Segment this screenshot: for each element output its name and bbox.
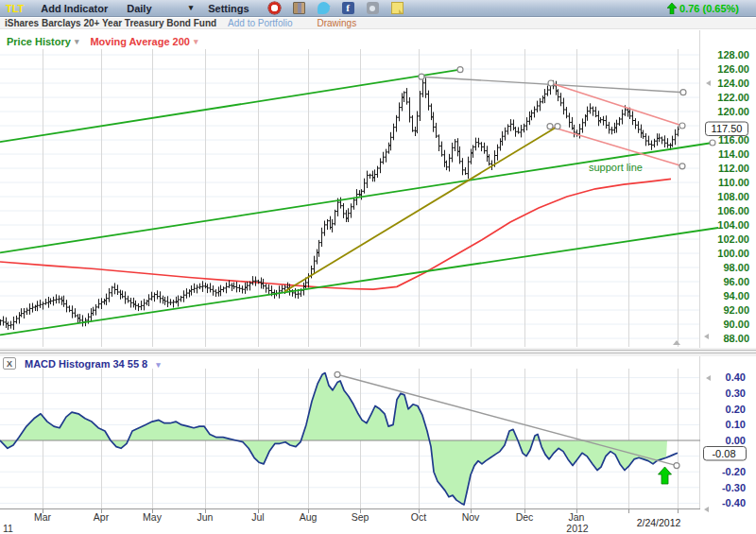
- trendline-handle-wedge-upper-pink-end[interactable]: [679, 123, 685, 129]
- notes-icon[interactable]: [391, 2, 404, 14]
- chevron-down-icon: ▾: [156, 360, 161, 370]
- trendline-handle-resistance-gray-end[interactable]: [680, 90, 686, 95]
- svg-text:0.10: 0.10: [726, 419, 746, 430]
- trendline-handle-wedge-upper-pink-start[interactable]: [548, 80, 554, 86]
- trendline-resistance-gray[interactable]: [421, 77, 683, 93]
- quote-change: 0.76 (0.65%): [667, 3, 739, 14]
- svg-text:98.00: 98.00: [723, 262, 749, 273]
- svg-text:120.00: 120.00: [717, 106, 749, 117]
- drawings-link[interactable]: Drawings: [317, 18, 356, 28]
- svg-text:106.00: 106.00: [717, 205, 749, 216]
- svg-text:88.00: 88.00: [723, 333, 749, 344]
- macd-trendline-handle-end[interactable]: [674, 463, 679, 469]
- macd-series: [0, 373, 700, 505]
- chevron-down-icon: ▾: [75, 37, 79, 46]
- last-macd-box: -0.08: [704, 447, 747, 461]
- trendline-wedge-upper-pink[interactable]: [551, 83, 682, 126]
- svg-text:96.00: 96.00: [723, 276, 749, 287]
- svg-text:2012: 2012: [566, 523, 589, 534]
- svg-text:0.20: 0.20: [726, 404, 746, 415]
- svg-text:-0.30: -0.30: [722, 482, 746, 493]
- trendline-handle-channel-top-end[interactable]: [457, 67, 463, 73]
- svg-text:Dec: Dec: [516, 511, 534, 523]
- price-trendlines[interactable]: support line: [0, 67, 718, 336]
- trendline-wedge-lower-pink[interactable]: [550, 127, 682, 166]
- macd-trendline-handle-start[interactable]: [335, 371, 340, 377]
- support-line-annotation: support line: [589, 162, 643, 173]
- add-indicator-button[interactable]: Add Indicator: [31, 3, 117, 14]
- subtitle-bar: iShares Barclays 20+ Year Treasury Bond …: [0, 18, 756, 29]
- svg-text:11: 11: [3, 523, 13, 534]
- chart-canvas: support lineMarAprMayJunJulAugSepOctNovD…: [0, 0, 756, 534]
- price-pane-header: Price History ▾ Moving Average 200 ▾: [7, 36, 198, 47]
- svg-text:Apr: Apr: [94, 511, 110, 523]
- price-history-label: Price History: [7, 36, 71, 47]
- svg-text:2/24/2012: 2/24/2012: [637, 517, 681, 528]
- svg-text:-0.40: -0.40: [722, 497, 746, 508]
- svg-text:Aug: Aug: [300, 511, 318, 523]
- svg-text:104.00: 104.00: [717, 219, 749, 231]
- settings-button[interactable]: Settings: [198, 3, 258, 14]
- facebook-icon[interactable]: f: [342, 2, 354, 14]
- trendline-channel-bottom[interactable]: [0, 228, 718, 335]
- svg-text:112.00: 112.00: [718, 163, 749, 174]
- books-icon[interactable]: [293, 2, 305, 14]
- moving-average-indicator[interactable]: Moving Average 200 ▾: [90, 36, 198, 47]
- price-axis-labels: 128.00126.00124.00122.00120.00116.00114.…: [717, 49, 749, 344]
- macd-title-label: MACD Histogram 34 55 8: [25, 358, 147, 370]
- svg-text:-0.08: -0.08: [712, 448, 735, 459]
- macd-up-arrow-marker: [659, 467, 672, 484]
- svg-text:92.00: 92.00: [723, 304, 749, 316]
- svg-text:Mar: Mar: [34, 511, 52, 523]
- time-axis: MarAprMayJunJulAugSepOctNovDecJan1120122…: [0, 509, 700, 534]
- trendline-handle-support-line-end[interactable]: [710, 140, 715, 146]
- add-to-portfolio-link[interactable]: Add to Portfolio: [228, 18, 292, 28]
- trendline-handle-wedge-lower-pink-start[interactable]: [547, 124, 553, 129]
- svg-text:Jul: Jul: [251, 511, 264, 523]
- svg-text:0.40: 0.40: [726, 371, 746, 383]
- toolbar-icons: f: [268, 2, 404, 14]
- macd-indicator[interactable]: MACD Histogram 34 55 8 ▾: [25, 358, 161, 370]
- trendline-olive-trend[interactable]: [284, 127, 558, 292]
- macd-trendline[interactable]: [335, 371, 679, 468]
- svg-text:110.00: 110.00: [718, 177, 749, 188]
- price-history-indicator[interactable]: Price History ▾: [7, 36, 78, 47]
- svg-text:Oct: Oct: [411, 511, 426, 523]
- ma200-line: [0, 179, 671, 289]
- twitter-icon[interactable]: [318, 2, 330, 14]
- chevron-down-icon: ▾: [194, 37, 198, 46]
- camera-icon[interactable]: [367, 2, 379, 14]
- svg-text:128.00: 128.00: [717, 49, 749, 60]
- alarm-clock-icon[interactable]: [268, 2, 281, 14]
- charting-app-window: support lineMarAprMayJunJulAugSepOctNovD…: [0, 0, 756, 534]
- trendline-handle-wedge-lower-pink-end[interactable]: [679, 164, 685, 169]
- symbol-label[interactable]: TLT: [0, 3, 31, 14]
- svg-text:116.00: 116.00: [718, 134, 749, 146]
- svg-text:0.30: 0.30: [726, 388, 746, 399]
- svg-text:122.00: 122.00: [717, 92, 749, 103]
- svg-text:Jan: Jan: [569, 511, 585, 523]
- moving-average-label: Moving Average 200: [90, 36, 190, 47]
- svg-text:Jun: Jun: [198, 511, 214, 523]
- pane-splitter[interactable]: [0, 348, 756, 356]
- svg-text:126.00: 126.00: [717, 63, 749, 75]
- macd-line: [0, 373, 678, 505]
- svg-text:108.00: 108.00: [717, 191, 749, 202]
- svg-text:124.00: 124.00: [717, 78, 749, 89]
- svg-text:114.00: 114.00: [718, 148, 749, 160]
- trendline-support-line[interactable]: [0, 143, 713, 252]
- trendline-channel-top[interactable]: [0, 70, 460, 143]
- trendline-handle-olive-trend-end[interactable]: [555, 124, 560, 129]
- main-toolbar: TLT Add Indicator Daily ▾ Settings f 0.7…: [0, 0, 756, 17]
- gridlines: [0, 30, 700, 508]
- close-icon[interactable]: X: [3, 357, 16, 370]
- period-dropdown[interactable]: Daily ▾: [117, 3, 198, 14]
- fund-name: iShares Barclays 20+ Year Treasury Bond …: [0, 18, 216, 28]
- chevron-down-icon: ▾: [189, 3, 194, 14]
- up-arrow-icon: [667, 3, 677, 14]
- trendline-handle-resistance-gray-start[interactable]: [419, 74, 424, 79]
- period-value: Daily: [127, 3, 151, 14]
- price-bars: [0, 78, 679, 330]
- svg-text:0.00: 0.00: [726, 435, 746, 446]
- macd-pane-header: X MACD Histogram 34 55 8 ▾: [3, 357, 161, 370]
